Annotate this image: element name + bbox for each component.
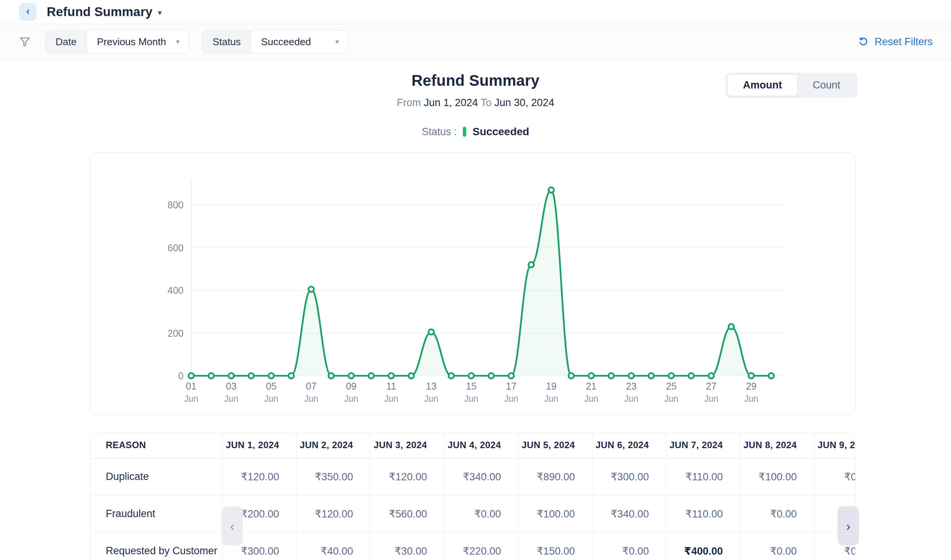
amount-cell: ₹150.00 xyxy=(518,532,592,560)
table-header-date: JUN 8, 2024 xyxy=(740,432,814,458)
table-header-date: JUN 2, 2024 xyxy=(296,432,370,458)
amount-cell: ₹110.00 xyxy=(666,495,740,532)
svg-text:Jun: Jun xyxy=(664,394,678,404)
to-label: To xyxy=(480,97,492,108)
reason-cell: Fraudulent xyxy=(90,495,222,532)
svg-text:27: 27 xyxy=(706,381,717,391)
table-header-date: JUN 4, 2024 xyxy=(444,432,518,458)
table-header-reason: REASON xyxy=(90,432,222,458)
svg-text:Jun: Jun xyxy=(584,394,598,404)
svg-text:Jun: Jun xyxy=(464,394,478,404)
svg-text:Jun: Jun xyxy=(384,394,398,404)
table-row: Requested by Customer₹300.00₹40.00₹30.00… xyxy=(90,532,856,560)
table-header-date: JUN 6, 2024 xyxy=(592,432,666,458)
chevron-right-icon: › xyxy=(846,519,850,532)
date-filter-label: Date xyxy=(46,31,87,53)
reset-filters-label: Reset Filters xyxy=(874,36,933,48)
svg-text:Jun: Jun xyxy=(184,394,198,404)
amount-cell: ₹0.00 xyxy=(444,495,518,532)
svg-text:07: 07 xyxy=(306,381,316,391)
svg-text:600: 600 xyxy=(167,242,184,253)
amount-cell: ₹0.00 xyxy=(814,458,856,495)
status-filter[interactable]: Status Succeeded ▾ xyxy=(202,30,349,53)
amount-cell: ₹0.00 xyxy=(740,532,814,560)
table-header-date: JUN 5, 2024 xyxy=(518,432,592,458)
from-label: From xyxy=(397,97,421,108)
svg-text:Jun: Jun xyxy=(624,394,638,404)
legend-value: Succeeded xyxy=(472,126,529,138)
svg-text:19: 19 xyxy=(546,381,557,391)
svg-text:09: 09 xyxy=(346,381,357,391)
svg-text:0: 0 xyxy=(178,370,184,381)
to-date: Jun 30, 2024 xyxy=(494,97,554,108)
from-date: Jun 1, 2024 xyxy=(424,97,478,108)
reset-filters-button[interactable]: Reset Filters xyxy=(858,36,933,48)
refresh-icon xyxy=(858,36,869,47)
page-title: Refund Summary xyxy=(47,5,152,19)
amount-count-toggle: Amount Count xyxy=(726,73,858,98)
line-chart: 020040060080001Jun03Jun05Jun07Jun09Jun11… xyxy=(90,153,855,414)
svg-text:15: 15 xyxy=(466,381,477,391)
status-filter-value[interactable]: Succeeded xyxy=(251,31,335,53)
svg-text:21: 21 xyxy=(586,381,597,391)
svg-text:17: 17 xyxy=(506,381,516,391)
filter-funnel-icon[interactable] xyxy=(18,35,31,48)
svg-text:400: 400 xyxy=(167,285,184,296)
svg-text:01: 01 xyxy=(186,381,197,391)
svg-text:11: 11 xyxy=(386,381,396,391)
amount-cell: ₹340.00 xyxy=(444,458,518,495)
svg-text:23: 23 xyxy=(626,381,636,391)
filter-bar: Date Previous Month ▾ Status Succeeded ▾… xyxy=(0,24,951,60)
status-filter-label: Status xyxy=(203,31,251,53)
svg-text:Jun: Jun xyxy=(224,394,238,404)
svg-text:200: 200 xyxy=(167,328,184,339)
table-header-date: JUN 1, 2024 xyxy=(222,432,296,458)
status-legend: Status : Succeeded xyxy=(0,126,951,138)
legend-color-pill xyxy=(463,127,466,137)
refund-summary-table: REASONJUN 1, 2024JUN 2, 2024JUN 3, 2024J… xyxy=(90,432,856,560)
top-header: ‹ Refund Summary ▾ xyxy=(0,0,951,24)
date-filter[interactable]: Date Previous Month ▾ xyxy=(45,30,189,53)
table-scroll-right-button[interactable]: › xyxy=(838,506,859,545)
svg-text:Jun: Jun xyxy=(544,394,558,404)
toggle-amount-button[interactable]: Amount xyxy=(728,75,797,96)
chevron-left-icon: ‹ xyxy=(230,519,234,532)
amount-cell: ₹890.00 xyxy=(518,458,592,495)
svg-text:Jun: Jun xyxy=(344,394,358,404)
svg-text:25: 25 xyxy=(666,381,677,391)
table-row: Fraudulent₹200.00₹120.00₹560.00₹0.00₹100… xyxy=(90,495,856,532)
chevron-down-icon: ▾ xyxy=(335,31,348,53)
amount-cell: ₹350.00 xyxy=(296,458,370,495)
amount-cell: ₹30.00 xyxy=(370,532,444,560)
amount-cell: ₹100.00 xyxy=(518,495,592,532)
table-header-date: JUN 3, 2024 xyxy=(370,432,444,458)
toggle-count-button[interactable]: Count xyxy=(797,75,856,96)
chevron-down-icon[interactable]: ▾ xyxy=(158,8,162,17)
amount-cell: ₹100.00 xyxy=(740,458,814,495)
summary-header: Refund Summary From Jun 1, 2024 To Jun 3… xyxy=(0,60,951,138)
amount-cell: ₹0.00 xyxy=(592,532,666,560)
svg-text:Jun: Jun xyxy=(304,394,318,404)
svg-text:800: 800 xyxy=(167,200,184,210)
amount-cell: ₹110.00 xyxy=(666,458,740,495)
table-header-date: JUN 9, 2024 xyxy=(814,432,856,458)
date-filter-value[interactable]: Previous Month xyxy=(87,31,176,53)
reason-cell: Duplicate xyxy=(90,458,222,495)
svg-text:Jun: Jun xyxy=(424,394,438,404)
amount-cell: ₹120.00 xyxy=(222,458,296,495)
amount-cell: ₹560.00 xyxy=(370,495,444,532)
svg-text:03: 03 xyxy=(226,381,236,391)
table-row: Duplicate₹120.00₹350.00₹120.00₹340.00₹89… xyxy=(90,458,856,495)
table-scroll-left-button[interactable]: ‹ xyxy=(221,506,243,545)
svg-text:05: 05 xyxy=(266,381,277,391)
refund-summary-chart: 020040060080001Jun03Jun05Jun07Jun09Jun11… xyxy=(90,152,856,414)
svg-text:Jun: Jun xyxy=(264,394,278,404)
amount-cell: ₹300.00 xyxy=(592,458,666,495)
svg-text:13: 13 xyxy=(426,381,436,391)
legend-label: Status : xyxy=(422,126,457,138)
svg-text:Jun: Jun xyxy=(504,394,518,404)
chevron-down-icon: ▾ xyxy=(176,31,189,53)
amount-cell: ₹220.00 xyxy=(444,532,518,560)
back-button[interactable]: ‹ xyxy=(19,3,37,21)
amount-cell: ₹120.00 xyxy=(296,495,370,532)
